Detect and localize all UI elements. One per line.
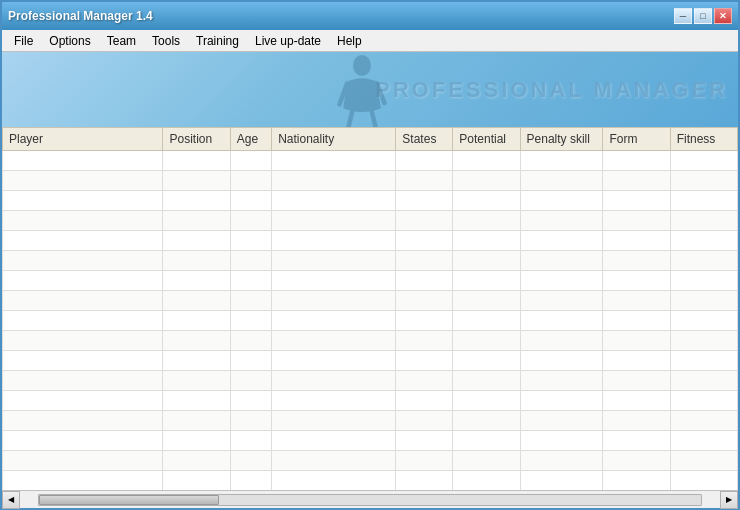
table-cell: [670, 191, 737, 211]
table-cell: [272, 411, 396, 431]
table-cell: [272, 191, 396, 211]
scroll-left-button[interactable]: ◀: [2, 491, 20, 509]
table-cell: [670, 171, 737, 191]
table-cell: [272, 431, 396, 451]
minimize-button[interactable]: ─: [674, 8, 692, 24]
table-cell: [230, 231, 271, 251]
table-cell: [163, 291, 230, 311]
table-cell: [603, 291, 670, 311]
scrollbar-track[interactable]: [38, 494, 702, 506]
scroll-right-button[interactable]: ▶: [720, 491, 738, 509]
table-cell: [670, 371, 737, 391]
main-window: Professional Manager 1.4 ─ □ ✕ FileOptio…: [0, 0, 740, 510]
table-cell: [396, 471, 453, 491]
table-cell: [230, 171, 271, 191]
table-cell: [3, 331, 163, 351]
table-cell: [670, 211, 737, 231]
table-cell: [670, 271, 737, 291]
menu-item-team[interactable]: Team: [99, 32, 144, 50]
table-cell: [230, 291, 271, 311]
table-cell: [453, 171, 520, 191]
table-cell: [230, 391, 271, 411]
table-row: [3, 311, 738, 331]
table-cell: [396, 291, 453, 311]
table-cell: [3, 171, 163, 191]
players-table: Player Position Age Nationality States P…: [2, 127, 738, 490]
table-cell: [396, 351, 453, 371]
scrollbar-area: ◀ ▶: [2, 490, 738, 508]
table-cell: [453, 311, 520, 331]
table-cell: [603, 211, 670, 231]
table-cell: [520, 171, 603, 191]
table-cell: [520, 451, 603, 471]
col-header-penalty-skill: Penalty skill: [520, 128, 603, 151]
table-cell: [603, 371, 670, 391]
scrollbar-thumb[interactable]: [39, 495, 219, 505]
table-cell: [3, 211, 163, 231]
table-cell: [163, 231, 230, 251]
table-cell: [603, 191, 670, 211]
table-cell: [163, 451, 230, 471]
col-header-age: Age: [230, 128, 271, 151]
table-cell: [163, 311, 230, 331]
table-cell: [163, 371, 230, 391]
table-cell: [272, 471, 396, 491]
table-cell: [670, 411, 737, 431]
table-cell: [3, 411, 163, 431]
menu-item-liveupdate[interactable]: Live up-date: [247, 32, 329, 50]
table-cell: [520, 291, 603, 311]
table-cell: [453, 291, 520, 311]
col-header-potential: Potential: [453, 128, 520, 151]
table-cell: [520, 471, 603, 491]
table-cell: [3, 251, 163, 271]
close-button[interactable]: ✕: [714, 8, 732, 24]
table-cell: [603, 391, 670, 411]
table-cell: [396, 231, 453, 251]
menu-item-training[interactable]: Training: [188, 32, 247, 50]
table-cell: [520, 331, 603, 351]
table-cell: [272, 391, 396, 411]
table-cell: [272, 291, 396, 311]
table-cell: [520, 411, 603, 431]
table-cell: [603, 411, 670, 431]
table-cell: [453, 231, 520, 251]
table-cell: [230, 431, 271, 451]
table-cell: [230, 211, 271, 231]
table-cell: [520, 271, 603, 291]
table-cell: [3, 311, 163, 331]
table-row: [3, 151, 738, 171]
table-cell: [520, 351, 603, 371]
table-cell: [272, 351, 396, 371]
header-figure-decoration: [322, 52, 402, 127]
table-cell: [603, 331, 670, 351]
table-cell: [230, 311, 271, 331]
table-cell: [453, 391, 520, 411]
table-cell: [396, 311, 453, 331]
table-cell: [453, 191, 520, 211]
col-header-nationality: Nationality: [272, 128, 396, 151]
menu-item-tools[interactable]: Tools: [144, 32, 188, 50]
table-cell: [603, 351, 670, 371]
maximize-button[interactable]: □: [694, 8, 712, 24]
table-cell: [396, 331, 453, 351]
table-cell: [272, 231, 396, 251]
table-cell: [163, 271, 230, 291]
table-cell: [453, 151, 520, 171]
menu-item-help[interactable]: Help: [329, 32, 370, 50]
window-controls: ─ □ ✕: [674, 8, 732, 24]
table-cell: [396, 411, 453, 431]
menu-item-file[interactable]: File: [6, 32, 41, 50]
menu-item-options[interactable]: Options: [41, 32, 98, 50]
table-row: [3, 351, 738, 371]
table-cell: [520, 231, 603, 251]
table-cell: [396, 211, 453, 231]
table-cell: [163, 471, 230, 491]
table-cell: [603, 451, 670, 471]
table-cell: [3, 371, 163, 391]
table-cell: [670, 291, 737, 311]
table-cell: [453, 351, 520, 371]
table-cell: [453, 371, 520, 391]
table-cell: [670, 431, 737, 451]
table-cell: [230, 151, 271, 171]
table-cell: [603, 431, 670, 451]
